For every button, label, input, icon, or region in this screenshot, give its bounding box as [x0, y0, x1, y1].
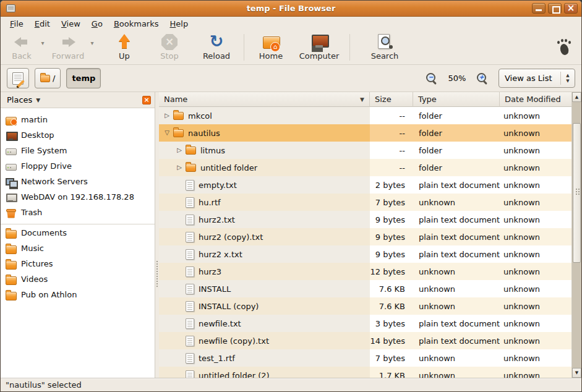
- column-header[interactable]: Date Modified: [500, 92, 571, 107]
- toolbar-item[interactable]: [244, 34, 244, 61]
- dropdown-caret-icon: ▾: [41, 40, 44, 46]
- toolbar-item[interactable]: Computer: [297, 30, 341, 64]
- zoom-level: 50%: [443, 74, 471, 83]
- size-cell: 9 bytes: [370, 228, 413, 245]
- file-row[interactable]: INSTALL 7.6 KB unknown unknown: [159, 280, 571, 297]
- toolbar-item[interactable]: Forward: [49, 30, 87, 64]
- places-item[interactable]: [1, 220, 155, 225]
- column-header[interactable]: Type: [413, 92, 500, 107]
- place-icon: [6, 177, 17, 187]
- current-path-button[interactable]: temp: [66, 68, 101, 88]
- pane-resize-handle[interactable]: [155, 92, 159, 378]
- toolbar-label: Back: [12, 51, 32, 61]
- places-item[interactable]: Pictures: [1, 256, 155, 271]
- date-cell: unknown: [500, 245, 571, 263]
- places-item[interactable]: Pub on Athlon: [1, 287, 155, 302]
- expander-icon[interactable]: [163, 107, 171, 124]
- place-label: Pub on Athlon: [21, 290, 77, 299]
- places-item[interactable]: Floppy Drive: [1, 158, 155, 174]
- file-row[interactable]: newfile.txt 3 bytes plain text document …: [159, 315, 571, 332]
- file-row[interactable]: mkcol -- folder unknown: [159, 107, 571, 124]
- expander-icon[interactable]: [175, 142, 184, 159]
- places-item[interactable]: Network Servers: [1, 174, 155, 189]
- file-name: hu.rtf: [199, 198, 221, 207]
- menu-item[interactable]: File: [4, 18, 29, 30]
- file-row[interactable]: hurz2 x.txt 9 bytes plain text document …: [159, 245, 571, 263]
- folder-icon: [40, 75, 50, 82]
- file-type-icon: [186, 336, 194, 346]
- file-row[interactable]: empty.txt 2 bytes plain text document un…: [159, 176, 571, 194]
- toolbar-item[interactable]: ▾: [38, 30, 48, 64]
- scrollbar-trough[interactable]: [572, 102, 581, 368]
- minimize-button[interactable]: [532, 3, 546, 14]
- maximize-button[interactable]: [548, 3, 562, 14]
- file-row[interactable]: INSTALL (copy) 7.6 KB unknown unknown: [159, 297, 571, 315]
- place-icon: [6, 130, 17, 140]
- toolbar-icon: [59, 33, 77, 51]
- places-item[interactable]: Music: [1, 241, 155, 256]
- places-item[interactable]: Videos: [1, 271, 155, 287]
- column-label: Size: [375, 95, 392, 104]
- toolbar-item[interactable]: Reload: [197, 30, 236, 64]
- expander-icon[interactable]: [163, 124, 171, 142]
- places-item[interactable]: Desktop: [1, 127, 155, 143]
- toolbar-item[interactable]: Back: [6, 30, 38, 64]
- places-item[interactable]: File System: [1, 143, 155, 158]
- edit-location-button[interactable]: [7, 68, 29, 88]
- scroll-down-button[interactable]: ▼: [572, 368, 581, 378]
- column-header[interactable]: Size: [370, 92, 413, 107]
- name-cell: INSTALL (copy): [159, 297, 370, 315]
- toolbar-item[interactable]: Search: [366, 30, 403, 64]
- file-row[interactable]: hu.rtf 7 bytes unknown unknown: [159, 194, 571, 211]
- root-path-button[interactable]: /: [35, 68, 61, 88]
- file-rows: mkcol -- folder unknown nautilus --: [159, 107, 571, 378]
- vertical-scrollbar: ▲ ▼: [571, 92, 581, 378]
- toolbar-item[interactable]: [349, 34, 350, 61]
- column-header[interactable]: Name ▼: [159, 92, 370, 107]
- menu-item[interactable]: Edit: [29, 18, 56, 30]
- places-item[interactable]: Documents: [1, 225, 155, 241]
- titlebar[interactable]: temp - File Browser: [1, 1, 581, 17]
- file-row[interactable]: newfile (copy).txt 14 bytes plain text d…: [159, 332, 571, 349]
- menubar: FileEditViewGoBookmarksHelp: [1, 17, 581, 30]
- close-sidebar-button[interactable]: ×: [142, 96, 151, 104]
- file-list-area: Name ▼ Size Type Date Modified: [159, 92, 581, 378]
- menu-item[interactable]: View: [56, 18, 86, 30]
- name-cell: mkcol: [159, 107, 370, 124]
- file-row[interactable]: test_1.rtf 7 bytes unknown unknown: [159, 349, 571, 367]
- places-item[interactable]: Trash: [1, 205, 155, 220]
- places-item[interactable]: WebDAV on 192.168.178.28: [1, 189, 155, 205]
- file-row[interactable]: untitled folder (2) 1.7 KB unknown unkno…: [159, 367, 571, 378]
- places-item[interactable]: martin: [1, 112, 155, 127]
- name-cell: litmus: [159, 142, 370, 159]
- expander-icon[interactable]: [175, 159, 184, 176]
- places-header[interactable]: Places ▼ ×: [1, 92, 155, 108]
- file-row[interactable]: untitled folder -- folder unknown: [159, 159, 571, 176]
- file-row[interactable]: hurz2 (copy).txt 9 bytes plain text docu…: [159, 228, 571, 245]
- file-type-icon: [186, 180, 194, 190]
- date-cell: unknown: [500, 297, 571, 315]
- toolbar-item[interactable]: ▾: [87, 30, 97, 64]
- file-type-icon: [186, 197, 194, 208]
- menu-item[interactable]: Go: [86, 18, 108, 30]
- toolbar-item[interactable]: Stop: [154, 30, 185, 64]
- scroll-up-button[interactable]: ▲: [572, 92, 581, 102]
- file-row[interactable]: nautilus -- folder unknown: [159, 124, 571, 142]
- type-cell: plain text document: [413, 228, 500, 245]
- zoom-out-button[interactable]: −: [426, 72, 438, 85]
- place-icon: [6, 146, 17, 156]
- file-row[interactable]: litmus -- folder unknown: [159, 142, 571, 159]
- size-cell: 12 bytes: [370, 263, 413, 280]
- view-mode-dropdown[interactable]: View as List ▲ ▼: [499, 69, 575, 88]
- zoom-in-button[interactable]: +: [476, 72, 489, 85]
- menu-item[interactable]: Bookmarks: [108, 18, 165, 30]
- file-name: untitled folder (2): [199, 371, 270, 378]
- toolbar-item[interactable]: Home: [252, 30, 289, 64]
- menu-item[interactable]: Help: [165, 18, 194, 30]
- file-row[interactable]: hurz2.txt 9 bytes plain text document un…: [159, 211, 571, 228]
- scrollbar-thumb[interactable]: [573, 123, 581, 263]
- place-icon: [6, 208, 17, 218]
- close-button[interactable]: [564, 3, 578, 14]
- toolbar-item[interactable]: Up: [108, 30, 140, 64]
- file-row[interactable]: hurz3 12 bytes unknown unknown: [159, 263, 571, 280]
